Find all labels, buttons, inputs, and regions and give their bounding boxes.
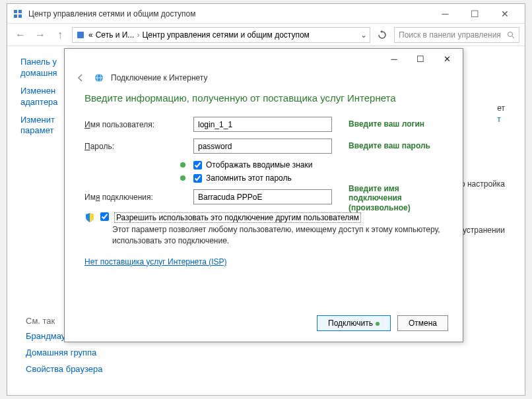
password-hint: Введите ваш пароль [349,141,430,150]
refresh-button[interactable] [374,27,390,43]
dialog-instruction: Введите информацию, полученную от постав… [84,92,443,104]
dialog-back-button[interactable] [74,71,87,84]
parent-nav: ← → ↑ « Сеть и И... › Центр управления с… [7,24,525,46]
breadcrumb[interactable]: « Сеть и И... › Центр управления сетями … [72,27,370,43]
annotation-dot-icon [180,175,185,181]
parent-title: Центр управления сетями и общим доступом [28,9,430,18]
connect-button[interactable]: Подключить [317,315,391,331]
allow-row: Разрешить использовать это подключение д… [84,212,443,223]
breadcrumb-part1[interactable]: Сеть и И... [96,30,135,40]
conn-name-field[interactable] [193,189,332,204]
annotation-dot-icon [376,322,380,326]
nav-back-icon[interactable]: ← [13,27,28,43]
svg-rect-4 [77,32,84,38]
svg-point-5 [508,32,513,36]
allow-label: Разрешить использовать это подключение д… [114,212,361,223]
dialog-title: Подключение к Интернету [111,73,208,82]
dialog-footer: Подключить Отмена [317,315,448,331]
username-row: Имя пользователя: Введите ваш логин [84,117,443,132]
search-input[interactable]: Поиск в панели управления [394,27,519,43]
breadcrumb-dropdown-icon[interactable]: ⌄ [360,30,367,40]
allow-checkbox[interactable] [100,212,109,221]
breadcrumb-chev1: « [88,30,93,40]
nav-up-icon[interactable]: ↑ [52,27,68,43]
username-field[interactable] [193,117,332,132]
remember-row: Запомнить этот пароль [193,173,443,183]
breadcrumb-part2[interactable]: Центр управления сетями и общим доступом [142,30,310,40]
password-row: Пароль: Введите ваш пароль [84,138,443,154]
password-label: Пароль: [84,142,193,151]
minimize-button[interactable]: ─ [430,5,460,23]
conn-name-label: Имя подключения: [84,193,193,202]
parent-titlebar: Центр управления сетями и общим доступом… [7,4,525,24]
search-icon [507,31,515,39]
svg-rect-1 [18,10,22,13]
show-chars-label: Отображать вводимые знаки [206,160,313,169]
show-chars-row: Отображать вводимые знаки [193,160,443,169]
username-hint: Введите ваш логин [349,119,424,129]
cancel-button[interactable]: Отмена [397,315,448,331]
remember-checkbox[interactable] [193,174,202,183]
dialog-minimize-button[interactable]: ─ [381,50,407,67]
main-hint-3: и устранении [456,225,505,236]
show-chars-checkbox[interactable] [193,161,202,169]
shield-icon [84,212,95,223]
sidebar-footer-link-browser[interactable]: Свойства браузера [26,364,112,375]
username-label: Имя пользователя: [84,120,193,129]
conn-name-hint: Введите имя подключения (произвольное) [349,184,443,212]
svg-rect-0 [14,10,17,13]
conn-name-row: Имя подключения: Введите имя подключения… [84,189,443,204]
remember-label: Запомнить этот пароль [206,173,292,183]
no-isp-link[interactable]: Нет поставщика услуг Интернета (ISP) [84,257,227,266]
main-hint-1: етт [497,103,505,125]
password-field[interactable] [193,138,332,154]
dialog-titlebar: ─ ☐ ✕ [65,49,463,69]
svg-rect-2 [14,15,17,18]
breadcrumb-icon [75,30,86,40]
svg-rect-3 [18,15,22,18]
dialog-close-button[interactable]: ✕ [434,50,460,67]
sidebar-footer-link-homegroup[interactable]: Домашняя группа [26,348,112,359]
chevron-right-icon: › [137,30,139,40]
close-button[interactable]: ✕ [490,5,519,23]
nav-fwd-icon[interactable]: → [32,27,48,43]
allow-desc: Этот параметр позволяет любому пользоват… [112,224,443,247]
internet-icon [94,73,104,83]
svg-line-6 [512,36,514,38]
dialog-maximize-button[interactable]: ☐ [407,50,434,67]
network-center-icon [13,9,23,19]
maximize-button[interactable]: ☐ [460,5,490,23]
connect-dialog: ─ ☐ ✕ Подключение к Интернету Введите ин… [64,48,463,342]
dialog-header: Подключение к Интернету [65,69,463,92]
annotation-dot-icon [180,162,185,168]
search-placeholder: Поиск в панели управления [399,30,507,40]
